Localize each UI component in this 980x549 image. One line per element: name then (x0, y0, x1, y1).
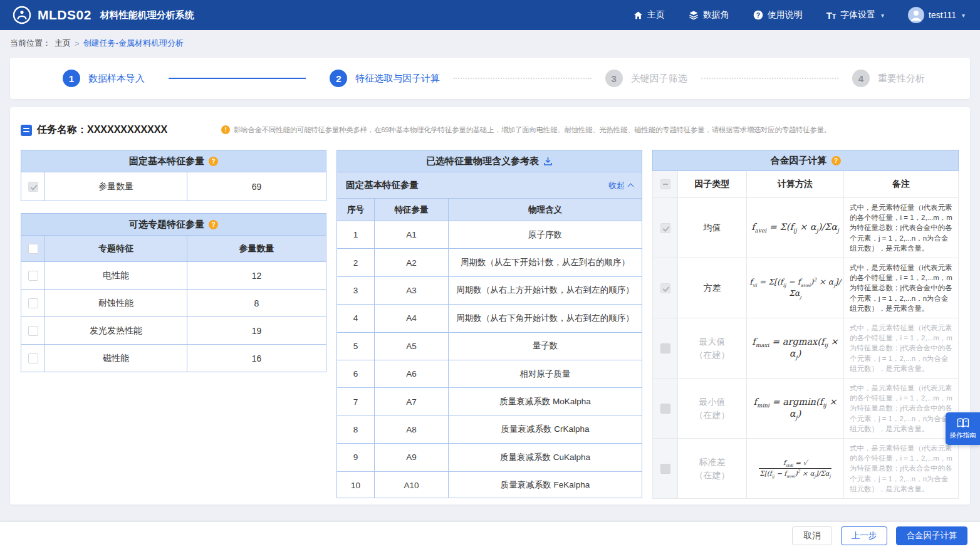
nav-item-data-corner[interactable]: 数据角 (689, 9, 729, 21)
factor-table: 因子类型 计算方法 备注 均值 favei = Σ(fij × αj)/Σαj … (652, 171, 959, 499)
formula-min: fmini = argmin(fij × αj) (747, 397, 843, 421)
table-row: 参量数量 69 (21, 172, 326, 201)
table-row: 5 A5 量子数 (337, 332, 642, 360)
row-checkbox[interactable] (28, 298, 38, 308)
font-size-icon: TT (826, 11, 836, 20)
reference-table-title: 已选特征量物理含义参考表 (337, 150, 642, 172)
layers-icon (689, 10, 699, 20)
factor-row-min: 最小值（在建） fmini = argmin(fij × αj) 式中，是元素特… (653, 378, 958, 438)
feature-notice: ! 影响合金不同性能的可能特征参量种类多样，在69种基本物理化学特征参量的基础上… (221, 123, 831, 135)
table-row: 10 A10 质量衰减系数 FeKalpha (337, 471, 642, 498)
chevron-down-icon: ▾ (881, 12, 884, 19)
fixed-feature-table: 固定基本特征参量 ? 参量数量 69 (21, 150, 326, 201)
factor-row-max: 最大值（在建） fmaxi = argmax(fij × αj) 式中，是元素特… (653, 318, 958, 378)
chevron-up-icon (628, 183, 634, 189)
alloy-factor-calc-button[interactable]: 合金因子计算 (896, 526, 967, 545)
step-2-feature-selection: 2 特征选取与因子计算 (330, 70, 440, 87)
step-3-key-factor-filter: 3 关键因子筛选 (605, 70, 687, 87)
avatar (908, 7, 924, 23)
table-row: 发光发热性能 19 (21, 316, 326, 344)
breadcrumb-home-link[interactable]: 主页 (55, 38, 71, 49)
nav-item-home[interactable]: 主页 (633, 9, 665, 21)
row-checkbox (660, 223, 670, 233)
table-row: 4 A4 周期数（从右下角开始计数，从右到左的顺序） (337, 304, 642, 332)
table-row: 6 A6 相对原子质量 (337, 360, 642, 387)
row-checkbox (660, 464, 670, 474)
reference-table-body: 1 A1 原子序数 2 A2 周期数（从左下开始计数，从左到右的顺序） 3 A3… (337, 221, 642, 498)
table-row: 2 A2 周期数（从左下开始计数，从左到右的顺序） (337, 248, 642, 276)
breadcrumb-current-link[interactable]: 创建任务-金属材料机理分析 (83, 38, 184, 49)
operation-guide-button[interactable]: 操作指南 (946, 412, 980, 445)
optional-feature-table: 可选专题特征参量 ? 专题特征 参量数量 电性能 12 耐蚀性能 8 (21, 213, 326, 372)
formula-max: fmaxi = argmax(fij × αj) (747, 337, 843, 360)
fixed-feature-table-title: 固定基本特征参量 ? (21, 150, 326, 172)
reference-section-header: 固定基本特征参量 收起 (337, 172, 642, 198)
select-all-checkbox[interactable] (28, 244, 38, 254)
table-row: 8 A8 质量衰减系数 CrKalpha (337, 416, 642, 443)
main-panel: 任务名称：XXXXXXXXXXXX ! 影响合金不同性能的可能特征参量种类多样，… (10, 107, 970, 505)
table-row: 9 A9 质量衰减系数 CuKalpha (337, 443, 642, 471)
app-brand-name: MLDS02 (38, 8, 91, 23)
help-icon[interactable]: ? (209, 220, 218, 229)
step-1-data-import: 1 数据样本导入 (63, 70, 145, 87)
nav-menu: 主页 数据角 ? 使用说明 TT 字体设置 (633, 7, 965, 23)
svg-text:?: ? (756, 11, 760, 19)
table-row: 7 A7 质量衰减系数 MoKalpha (337, 387, 642, 415)
question-icon: ? (753, 10, 763, 20)
factor-table-title: 合金因子计算 ? (652, 150, 959, 171)
factor-table-body: 均值 favei = Σ(fij × αj)/Σαj 式中，是元素特征量（i代表… (653, 197, 958, 498)
table-row: 磁性能 16 (21, 344, 326, 372)
previous-step-button[interactable]: 上一步 (841, 526, 887, 545)
help-icon[interactable]: ? (209, 157, 218, 166)
step-connector (169, 78, 306, 79)
fixed-feature-checkbox (28, 182, 38, 192)
formula-variance: fvi = Σ[(fij − favei)2 × αj]/Σαj (747, 277, 843, 299)
step-connector (701, 78, 838, 79)
step-wizard: 1 数据样本导入 2 特征选取与因子计算 3 关键因子筛选 4 重要性分析 (10, 58, 970, 99)
home-icon (633, 11, 643, 20)
app-logo-icon (13, 6, 31, 24)
select-all-checkbox[interactable] (660, 179, 670, 189)
app-title: 材料性能机理分析系统 (100, 9, 194, 21)
nav-item-font-settings[interactable]: TT 字体设置 ▾ (826, 9, 884, 21)
nav-item-help[interactable]: ? 使用说明 (753, 9, 803, 21)
row-checkbox[interactable] (28, 353, 38, 363)
collapse-toggle[interactable]: 收起 (608, 180, 633, 191)
chevron-down-icon: ▾ (962, 12, 965, 19)
optional-feature-table-title: 可选专题特征参量 ? (21, 214, 326, 235)
footer-action-bar: 取消 上一步 合金因子计算 (0, 522, 980, 549)
table-row: 耐蚀性能 8 (21, 289, 326, 316)
form-icon (21, 125, 32, 136)
step-4-importance-analysis: 4 重要性分析 (852, 70, 925, 87)
reference-table: 已选特征量物理含义参考表 固定基本特征参量 收起 (336, 150, 642, 498)
top-navbar: MLDS02 材料性能机理分析系统 主页 数据角 ? (0, 0, 980, 30)
factor-row-variance: 方差 fvi = Σ[(fij − favei)2 × αj]/Σαj 式中，是… (653, 258, 958, 318)
app-brand: MLDS02 材料性能机理分析系统 (13, 6, 194, 24)
row-checkbox (660, 283, 670, 293)
cancel-button[interactable]: 取消 (792, 526, 832, 545)
row-checkbox (660, 404, 670, 414)
formula-mean: favei = Σ(fij × αj)/Σαj (749, 222, 842, 234)
row-checkbox[interactable] (28, 271, 38, 281)
table-row: 3 A3 周期数（从右上方开始计数，从右到左的顺序） (337, 276, 642, 304)
row-checkbox[interactable] (28, 326, 38, 336)
row-checkbox (660, 343, 670, 353)
book-icon (957, 418, 969, 429)
breadcrumb: 当前位置： 主页 > 创建任务-金属材料机理分析 (0, 30, 980, 56)
step-connector (454, 78, 591, 79)
table-header-row: 序号 特征参量 物理含义 (337, 198, 642, 221)
table-header-row: 因子类型 计算方法 备注 (653, 171, 958, 197)
breadcrumb-prefix: 当前位置： (10, 38, 51, 49)
param-count-label: 参量数量 (45, 172, 187, 201)
task-name-title: 任务名称：XXXXXXXXXXXX (21, 123, 167, 137)
breadcrumb-separator: > (75, 39, 80, 48)
formula-std: fstdi = √Σ[(fij − favei)2 × αj]/Σαj (747, 459, 843, 479)
table-row: 1 A1 原子序数 (337, 221, 642, 248)
nav-item-user[interactable]: test111 ▾ (908, 7, 965, 23)
table-header-row: 专题特征 参量数量 (21, 235, 326, 261)
table-row: 电性能 12 (21, 261, 326, 289)
factor-row-std: 标准差（在建） fstdi = √Σ[(fij − favei)2 × αj]/… (653, 438, 958, 498)
download-icon[interactable] (543, 157, 553, 166)
factor-row-mean: 均值 favei = Σ(fij × αj)/Σαj 式中，是元素特征量（i代表… (653, 197, 958, 258)
help-icon[interactable]: ? (831, 156, 841, 165)
